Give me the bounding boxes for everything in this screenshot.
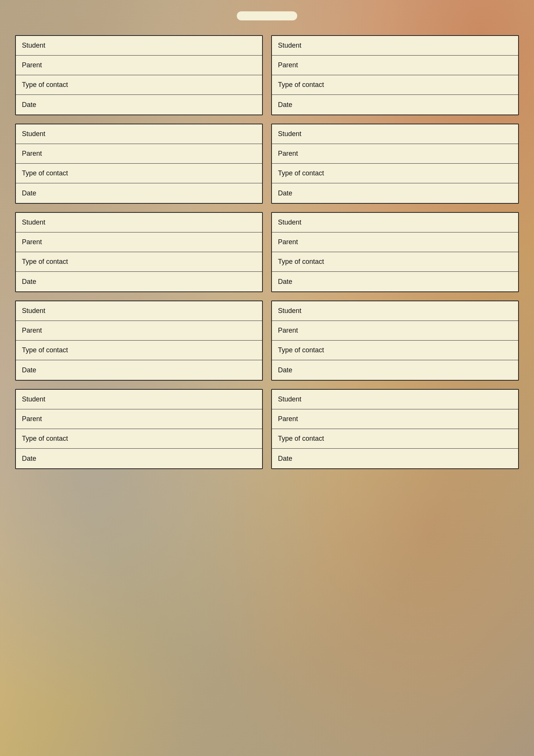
card-3-parent-label: Parent — [22, 150, 42, 158]
contact-card-7: StudentParentType of contactDate — [15, 301, 263, 381]
contact-card-6: StudentParentType of contactDate — [271, 212, 519, 292]
page-content: StudentParentType of contactDateStudentP… — [0, 0, 534, 484]
card-4-student-label: Student — [278, 130, 301, 138]
card-5-parent-label: Parent — [22, 238, 42, 246]
card-6-type-of-contact-row[interactable]: Type of contact — [272, 252, 518, 272]
card-1-student-row[interactable]: Student — [16, 36, 262, 56]
card-6-student-label: Student — [278, 218, 301, 226]
card-4-date-row[interactable]: Date — [272, 183, 518, 203]
card-9-student-label: Student — [22, 395, 45, 403]
card-3-parent-row[interactable]: Parent — [16, 144, 262, 164]
card-1-date-row[interactable]: Date — [16, 95, 262, 115]
card-2-date-row[interactable]: Date — [272, 95, 518, 115]
title-pill — [237, 11, 297, 20]
card-4-type-of-contact-row[interactable]: Type of contact — [272, 164, 518, 183]
card-1-student-label: Student — [22, 42, 45, 50]
card-9-date-row[interactable]: Date — [16, 449, 262, 468]
card-7-parent-row[interactable]: Parent — [16, 321, 262, 341]
card-9-type-of-contact-label: Type of contact — [22, 435, 68, 443]
header — [15, 11, 519, 24]
card-9-parent-row[interactable]: Parent — [16, 409, 262, 429]
card-5-parent-row[interactable]: Parent — [16, 232, 262, 252]
card-6-student-row[interactable]: Student — [272, 213, 518, 232]
contact-card-3: StudentParentType of contactDate — [15, 124, 263, 204]
card-10-parent-label: Parent — [278, 415, 298, 423]
card-7-date-label: Date — [22, 366, 36, 374]
card-10-type-of-contact-row[interactable]: Type of contact — [272, 429, 518, 449]
card-9-date-label: Date — [22, 455, 36, 463]
card-2-date-label: Date — [278, 101, 292, 109]
card-5-date-label: Date — [22, 278, 36, 286]
card-8-parent-row[interactable]: Parent — [272, 321, 518, 341]
card-3-student-label: Student — [22, 130, 45, 138]
card-2-type-of-contact-label: Type of contact — [278, 81, 324, 89]
card-7-student-row[interactable]: Student — [16, 301, 262, 321]
contact-card-4: StudentParentType of contactDate — [271, 124, 519, 204]
cards-grid: StudentParentType of contactDateStudentP… — [15, 35, 519, 469]
card-10-date-row[interactable]: Date — [272, 449, 518, 468]
card-9-type-of-contact-row[interactable]: Type of contact — [16, 429, 262, 449]
card-9-student-row[interactable]: Student — [16, 390, 262, 409]
card-2-type-of-contact-row[interactable]: Type of contact — [272, 75, 518, 95]
card-2-student-label: Student — [278, 42, 301, 50]
card-1-type-of-contact-row[interactable]: Type of contact — [16, 75, 262, 95]
card-10-type-of-contact-label: Type of contact — [278, 435, 324, 443]
card-7-date-row[interactable]: Date — [16, 360, 262, 380]
card-7-type-of-contact-label: Type of contact — [22, 346, 68, 354]
card-4-type-of-contact-label: Type of contact — [278, 169, 324, 177]
card-5-student-label: Student — [22, 218, 45, 226]
card-8-date-label: Date — [278, 366, 292, 374]
card-8-student-label: Student — [278, 307, 301, 315]
card-6-date-row[interactable]: Date — [272, 272, 518, 291]
card-10-date-label: Date — [278, 455, 292, 463]
contact-card-10: StudentParentType of contactDate — [271, 389, 519, 469]
card-8-date-row[interactable]: Date — [272, 360, 518, 380]
card-4-student-row[interactable]: Student — [272, 124, 518, 144]
card-1-type-of-contact-label: Type of contact — [22, 81, 68, 89]
card-8-parent-label: Parent — [278, 327, 298, 335]
card-10-parent-row[interactable]: Parent — [272, 409, 518, 429]
card-5-date-row[interactable]: Date — [16, 272, 262, 291]
card-4-date-label: Date — [278, 189, 292, 197]
card-2-parent-row[interactable]: Parent — [272, 56, 518, 75]
card-7-parent-label: Parent — [22, 327, 42, 335]
card-3-date-row[interactable]: Date — [16, 183, 262, 203]
card-3-student-row[interactable]: Student — [16, 124, 262, 144]
card-6-parent-row[interactable]: Parent — [272, 232, 518, 252]
card-2-student-row[interactable]: Student — [272, 36, 518, 56]
card-5-type-of-contact-label: Type of contact — [22, 258, 68, 266]
card-1-parent-row[interactable]: Parent — [16, 56, 262, 75]
card-5-type-of-contact-row[interactable]: Type of contact — [16, 252, 262, 272]
contact-card-8: StudentParentType of contactDate — [271, 301, 519, 381]
card-7-type-of-contact-row[interactable]: Type of contact — [16, 341, 262, 360]
contact-card-9: StudentParentType of contactDate — [15, 389, 263, 469]
card-5-student-row[interactable]: Student — [16, 213, 262, 232]
card-6-parent-label: Parent — [278, 238, 298, 246]
card-2-parent-label: Parent — [278, 61, 298, 69]
card-8-type-of-contact-row[interactable]: Type of contact — [272, 341, 518, 360]
card-10-student-label: Student — [278, 395, 301, 403]
card-3-date-label: Date — [22, 189, 36, 197]
card-8-student-row[interactable]: Student — [272, 301, 518, 321]
card-1-parent-label: Parent — [22, 61, 42, 69]
card-6-date-label: Date — [278, 278, 292, 286]
contact-card-1: StudentParentType of contactDate — [15, 35, 263, 115]
card-9-parent-label: Parent — [22, 415, 42, 423]
card-4-parent-row[interactable]: Parent — [272, 144, 518, 164]
card-3-type-of-contact-row[interactable]: Type of contact — [16, 164, 262, 183]
card-4-parent-label: Parent — [278, 150, 298, 158]
card-7-student-label: Student — [22, 307, 45, 315]
card-6-type-of-contact-label: Type of contact — [278, 258, 324, 266]
card-8-type-of-contact-label: Type of contact — [278, 346, 324, 354]
card-1-date-label: Date — [22, 101, 36, 109]
contact-card-2: StudentParentType of contactDate — [271, 35, 519, 115]
contact-card-5: StudentParentType of contactDate — [15, 212, 263, 292]
card-3-type-of-contact-label: Type of contact — [22, 169, 68, 177]
card-10-student-row[interactable]: Student — [272, 390, 518, 409]
